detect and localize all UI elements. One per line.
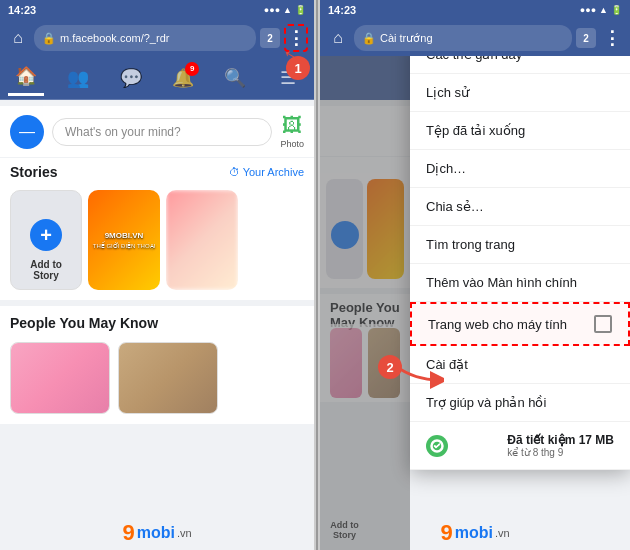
- nav-friends-left[interactable]: 👥: [60, 60, 96, 96]
- menu-history[interactable]: Lịch sử: [410, 74, 630, 112]
- home-button-right[interactable]: ⌂: [326, 29, 350, 47]
- step2-container: 2: [378, 355, 402, 379]
- user-avatar-left: —: [10, 115, 44, 149]
- step2-arrow-svg: [394, 365, 444, 395]
- tab-count-right[interactable]: 2: [576, 28, 596, 48]
- notification-badge-left: 9: [185, 62, 199, 76]
- stories-archive-left[interactable]: ⏱ Your Archive: [229, 166, 304, 178]
- watermark-left: 9 mobi .vn: [122, 520, 191, 546]
- nav-notifications-left[interactable]: 🔔 9: [165, 60, 201, 96]
- menu-desktop-site[interactable]: Trang web cho máy tính: [410, 302, 630, 346]
- photo-button-left[interactable]: 🖼 Photo: [280, 114, 304, 149]
- menu-share[interactable]: Chia sẻ…: [410, 188, 630, 226]
- lock-icon-right: 🔒: [362, 32, 376, 45]
- status-icons-right: ●●● ▲ 🔋: [580, 5, 622, 15]
- stories-title-left: Stories: [10, 164, 57, 180]
- right-phone-panel: 14:23 ●●● ▲ 🔋 ⌂ 🔒 Cài trướng 2 ⋮: [320, 0, 630, 550]
- data-saved-text: Đã tiết kiệm 17 MB kể từ 8 thg 9: [507, 433, 614, 458]
- browser-bar-left: ⌂ 🔒 m.facebook.com/?_rdr 2 ⋮: [0, 20, 314, 56]
- nav-home-left[interactable]: 🏠: [8, 60, 44, 96]
- menu-button-right[interactable]: ⋮: [600, 27, 624, 49]
- url-text-right: Cài trướng: [380, 32, 433, 45]
- watermark-vn-right: .vn: [495, 527, 510, 539]
- story-add-labels-left: Add to Story: [11, 259, 81, 281]
- people-row-left: [0, 338, 314, 424]
- wifi-icon: ▲: [283, 5, 292, 15]
- story-brand-content: 9MOBI.VN THẾ GIỚI ĐIỆN THOẠI: [89, 227, 160, 253]
- status-icons-left: ●●● ▲ 🔋: [264, 5, 306, 15]
- menu-translate[interactable]: Dịch…: [410, 150, 630, 188]
- home-button-left[interactable]: ⌂: [6, 29, 30, 47]
- url-text-left: m.facebook.com/?_rdr: [60, 32, 169, 44]
- url-box-left[interactable]: 🔒 m.facebook.com/?_rdr: [34, 25, 256, 51]
- nav-search-left[interactable]: 🔍: [217, 60, 253, 96]
- stories-row-left: + Add to Story 9MOBI.VN THẾ GIỚI ĐIỆN TH…: [0, 184, 314, 300]
- fb-nav-left: 🏠 👥 💬 🔔 9 🔍 ☰: [0, 56, 314, 100]
- story-brand-name: 9MOBI.VN: [93, 231, 156, 240]
- battery-icon-right: 🔋: [611, 5, 622, 15]
- time-left: 14:23: [8, 4, 36, 16]
- person-card-1-left: [10, 342, 110, 414]
- menu-find-in-page[interactable]: Tìm trong trang: [410, 226, 630, 264]
- menu-data-saved[interactable]: Đã tiết kiệm 17 MB kể từ 8 thg 9: [410, 422, 630, 470]
- person-card-2-left: [118, 342, 218, 414]
- watermark-mobi-left: mobi: [137, 524, 175, 542]
- people-header-left: People You May Know: [0, 306, 314, 338]
- left-phone-panel: 14:23 ●●● ▲ 🔋 ⌂ 🔒 m.facebook.com/?_rdr 2…: [0, 0, 314, 550]
- post-input-left[interactable]: What's on your mind?: [52, 118, 272, 146]
- tab-count-left[interactable]: 2: [260, 28, 280, 48]
- wifi-icon-right: ▲: [599, 5, 608, 15]
- time-right: 14:23: [328, 4, 356, 16]
- story-card-2-left[interactable]: 9MOBI.VN THẾ GIỚI ĐIỆN THOẠI: [88, 190, 160, 290]
- signal-icon: ●●●: [264, 5, 280, 15]
- people-title-left: People You May Know: [10, 315, 158, 331]
- menu-add-to-home[interactable]: Thêm vào Màn hình chính: [410, 264, 630, 302]
- status-bar-left: 14:23 ●●● ▲ 🔋: [0, 0, 314, 20]
- watermark-right: 9 mobi .vn: [440, 520, 509, 546]
- context-menu: Các thẻ gần đây Lịch sử Tệp đã tải xuống…: [410, 36, 630, 470]
- stories-header-left: Stories ⏱ Your Archive: [0, 158, 314, 184]
- menu-downloads[interactable]: Tệp đã tải xuống: [410, 112, 630, 150]
- story-label: Story: [11, 270, 81, 281]
- photo-label-left: Photo: [280, 139, 304, 149]
- signal-icon-right: ●●●: [580, 5, 596, 15]
- watermark-9-left: 9: [122, 520, 134, 546]
- add-story-card-left[interactable]: + Add to Story: [10, 190, 82, 290]
- panel-divider: [316, 0, 318, 550]
- desktop-site-checkbox[interactable]: [594, 315, 612, 333]
- lock-icon-left: 🔒: [42, 32, 56, 45]
- add-story-plus-left: +: [30, 219, 62, 251]
- data-saved-icon: [426, 435, 448, 457]
- add-to-label: Add to: [11, 259, 81, 270]
- person-photo-1-left: [11, 343, 109, 413]
- watermark-vn-left: .vn: [177, 527, 192, 539]
- person-photo-2-left: [119, 343, 217, 413]
- browser-bar-right: ⌂ 🔒 Cài trướng 2 ⋮: [320, 20, 630, 56]
- battery-icon: 🔋: [295, 5, 306, 15]
- story-brand-sub: THẾ GIỚI ĐIỆN THOẠI: [93, 242, 156, 249]
- nav-messenger-left[interactable]: 💬: [113, 60, 149, 96]
- post-box-left: — What's on your mind? 🖼 Photo: [0, 106, 314, 157]
- watermark-mobi-right: mobi: [455, 524, 493, 542]
- dim-overlay-right: [320, 0, 410, 550]
- watermark-9-right: 9: [440, 520, 452, 546]
- url-box-right[interactable]: 🔒 Cài trướng: [354, 25, 572, 51]
- photo-icon-left: 🖼: [282, 114, 302, 137]
- story-card-3-left[interactable]: [166, 190, 238, 290]
- status-bar-right: 14:23 ●●● ▲ 🔋: [320, 0, 630, 20]
